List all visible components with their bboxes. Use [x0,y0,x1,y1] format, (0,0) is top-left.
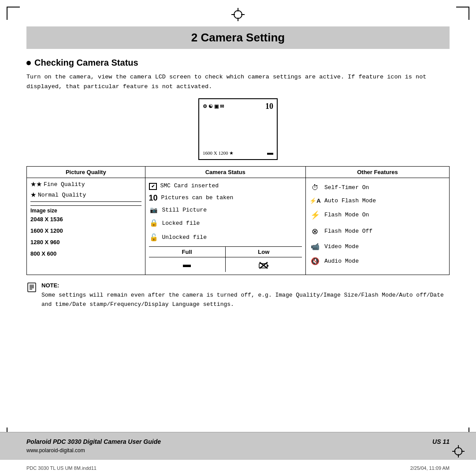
feature-auto-flash: ⚡A Auto Flash Mode [309,195,446,207]
feature-self-timer: ⏱ Self-Timer On [309,181,446,195]
pictures-label: Pictures can be taken [161,193,234,204]
size-2048: 2048 X 1536 [30,214,141,225]
lcd-self-timer-icon: ⚙ [203,104,207,109]
size-1280: 1280 X 960 [30,237,141,248]
lcd-picture-count: 10 [265,102,273,111]
battery-full-icon: ▬ [149,257,226,272]
unlocked-label: Unlocked file [162,232,207,243]
header-picture-quality: Picture Quality [27,167,145,178]
status-locked: 🔒 Locked file [149,217,302,230]
image-size-list: 2048 X 1536 1600 X 1200 1280 X 960 800 X… [30,214,141,260]
section-heading: Checking Camera Status [26,58,450,68]
table-row-main: ★★ Fine Quality ★ Normal Quality Image s… [27,178,450,275]
note-text: Some settings will remain even after the… [41,292,444,308]
feature-video: 📹 Video Mode [309,240,446,254]
lcd-top-row: ⚙ ☯ ▣ ✉ 10 [203,102,273,111]
locked-label: Locked file [162,218,200,229]
lcd-icons: ⚙ ☯ ▣ ✉ [203,104,224,109]
picture-quality-cell: ★★ Fine Quality ★ Normal Quality Image s… [27,178,145,275]
note-icon [26,282,37,295]
status-table: Picture Quality Camera Status Other Feat… [26,166,450,275]
footer-brand: Polaroid PDC 3030 Digital Camera User Gu… [26,438,161,445]
print-left: PDC 3030 TL US UM 8M.indd11 [26,465,97,471]
still-label: Still Picture [162,205,207,216]
audio-icon: 🔇 [309,254,321,268]
features-list: ⏱ Self-Timer On ⚡A Auto Flash Mode ⚡ Fla… [309,181,446,268]
footer-bar: Polaroid PDC 3030 Digital Camera User Gu… [0,432,476,459]
audio-label: Audio Mode [324,256,359,267]
camera-status-cell: ✔ SMC Card inserted 10 Pictures can be t… [145,178,305,275]
intro-text: Turn on the camera, view the camera LCD … [26,72,450,91]
crosshair-bottom-icon [452,445,465,458]
image-size-header: Image size [30,205,141,214]
flash-on-icon: ⚡ [309,207,321,223]
svg-rect-9 [28,283,36,292]
lcd-flash-icon: ☯ [208,104,213,109]
camera-icon: 📷 [149,205,159,216]
lock-off-icon: 🔓 [149,231,159,245]
normal-quality-row: ★ Normal Quality [30,191,141,199]
lock-on-icon: 🔒 [149,217,159,230]
battery-low-label: Low [226,247,302,257]
feature-flash-on: ⚡ Flash Mode On [309,207,446,223]
svg-rect-8 [267,265,268,267]
status-unlocked: 🔓 Unlocked file [149,231,302,245]
footer-page: US 11 [432,438,450,445]
self-timer-label: Self-Timer On [324,182,369,193]
flash-off-label: Flash Mode Off [324,226,372,237]
section-heading-text: Checking Camera Status [34,58,138,68]
header-camera-status: Camera Status [145,167,305,178]
feature-audio: 🔇 Audio Mode [309,254,446,268]
status-pictures: 10 Pictures can be taken [149,193,302,204]
svg-point-14 [454,447,462,455]
video-label: Video Mode [324,241,359,253]
lcd-battery-icon: ▬ [267,149,273,156]
status-still: 📷 Still Picture [149,205,302,216]
lcd-camera-icon: ▣ [214,104,219,109]
pictures-number: 10 [149,194,158,202]
lcd-card-icon: ✉ [220,104,224,109]
smc-label: SMC Card inserted [160,181,219,192]
title-bar: 2 Camera Setting [26,26,450,49]
footer-top: Polaroid PDC 3030 Digital Camera User Gu… [26,438,450,445]
normal-quality-label: Normal Quality [38,192,86,198]
svg-point-0 [234,11,242,19]
print-bar: PDC 3030 TL US UM 8M.indd11 2/25/04, 11:… [0,459,476,476]
footer-url-link[interactable]: www.polaroid-digital.com [26,447,85,454]
battery-full-label: Full [149,247,226,257]
footer-url: www.polaroid-digital.com [26,446,450,454]
other-features-cell: ⏱ Self-Timer On ⚡A Auto Flash Mode ⚡ Fla… [305,178,449,275]
flash-on-label: Flash Mode On [324,209,369,221]
crosshair-top-icon [231,8,245,21]
corner-mark-tr [456,7,469,20]
page-title: 2 Camera Setting [26,31,450,45]
lcd-bottom-row: 1600 X 1200 ★ ▬ [203,149,273,156]
feature-flash-off: ⊗ Flash Mode Off [309,223,446,239]
print-right: 2/25/04, 11:09 AM [410,465,450,471]
status-smc: ✔ SMC Card inserted [149,181,302,192]
note-content: NOTE: Some settings will remain even aft… [41,281,450,309]
flash-off-icon: ⊗ [309,223,321,239]
auto-flash-icon: ⚡A [309,195,321,207]
corner-mark-tl [7,7,20,20]
fine-quality-row: ★★ Fine Quality [30,180,141,188]
video-icon: 📹 [309,240,321,254]
main-content: 2 Camera Setting Checking Camera Status … [26,26,450,432]
fine-quality-label: Fine Quality [44,181,85,188]
smc-icon: ✔ [149,183,157,190]
fine-stars: ★★ [30,180,42,188]
self-timer-icon: ⏱ [309,181,321,195]
bullet-icon [26,61,31,65]
lcd-resolution-text: 1600 X 1200 ★ [203,150,234,156]
normal-star: ★ [30,191,36,199]
lcd-screen: ⚙ ☯ ▣ ✉ 10 1600 X 1200 ★ ▬ [198,98,278,160]
header-other-features: Other Features [305,167,449,178]
auto-flash-label: Auto Flash Mode [324,195,376,207]
lcd-container: ⚙ ☯ ▣ ✉ 10 1600 X 1200 ★ ▬ [26,98,450,160]
size-1600: 1600 X 1200 [30,225,141,237]
battery-low-icon [226,257,302,272]
size-800: 800 X 600 [30,248,141,260]
note-section: NOTE: Some settings will remain even aft… [26,281,450,309]
status-items: ✔ SMC Card inserted 10 Pictures can be t… [149,181,302,245]
note-label: NOTE: [41,282,59,289]
